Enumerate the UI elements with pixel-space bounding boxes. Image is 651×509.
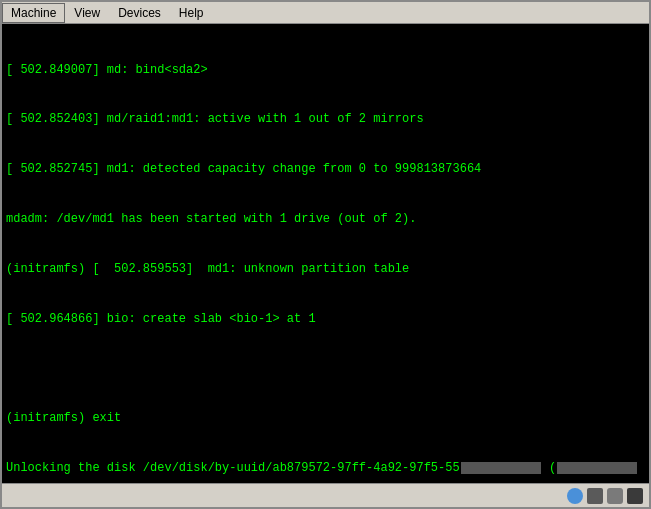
titlebar: Machine View Devices Help bbox=[2, 2, 649, 24]
redacted-name bbox=[557, 462, 637, 474]
status-icon-1 bbox=[567, 488, 583, 504]
terminal-line-8: (initramfs) exit bbox=[6, 410, 645, 426]
menu-bar: Machine View Devices Help bbox=[2, 2, 649, 24]
terminal-line-unlock: Unlocking the disk /dev/disk/by-uuid/ab8… bbox=[6, 460, 645, 476]
terminal-line-1: [ 502.849007] md: bind<sda2> bbox=[6, 62, 645, 78]
terminal-line-6: [ 502.964866] bio: create slab <bio-1> a… bbox=[6, 311, 645, 327]
menu-help[interactable]: Help bbox=[170, 3, 213, 23]
terminal-screen: [ 502.849007] md: bind<sda2> [ 502.85240… bbox=[2, 24, 649, 483]
status-icon-3 bbox=[607, 488, 623, 504]
redacted-uuid bbox=[461, 462, 541, 474]
menu-view[interactable]: View bbox=[65, 3, 109, 23]
menu-devices[interactable]: Devices bbox=[109, 3, 170, 23]
statusbar bbox=[2, 483, 649, 507]
main-window: Machine View Devices Help [ 502.849007] … bbox=[0, 0, 651, 509]
terminal-line-4: mdadm: /dev/md1 has been started with 1 … bbox=[6, 211, 645, 227]
status-icon-2 bbox=[587, 488, 603, 504]
terminal-line-7 bbox=[6, 360, 645, 376]
terminal-line-5: (initramfs) [ 502.859553] md1: unknown p… bbox=[6, 261, 645, 277]
menu-machine[interactable]: Machine bbox=[2, 3, 65, 23]
terminal-line-2: [ 502.852403] md/raid1:md1: active with … bbox=[6, 111, 645, 127]
terminal-line-3: [ 502.852745] md1: detected capacity cha… bbox=[6, 161, 645, 177]
status-icon-4 bbox=[627, 488, 643, 504]
